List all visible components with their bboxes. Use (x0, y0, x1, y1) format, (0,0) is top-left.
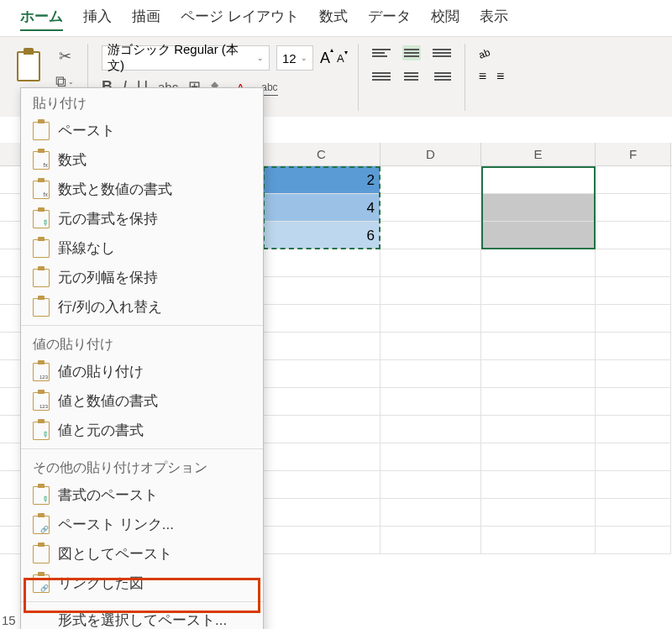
col-header-e[interactable]: E (481, 143, 596, 165)
cell[interactable] (381, 443, 481, 471)
cell[interactable] (263, 277, 381, 305)
cell[interactable] (481, 443, 596, 471)
decrease-indent-button[interactable] (479, 69, 486, 84)
increase-indent-button[interactable] (496, 69, 504, 84)
tab-view[interactable]: 表示 (480, 7, 508, 31)
cell[interactable] (596, 443, 671, 471)
cell[interactable] (596, 305, 671, 333)
cell[interactable] (596, 277, 671, 305)
cell-c2[interactable]: 2 (263, 166, 381, 194)
cell[interactable] (596, 249, 671, 277)
align-left-button[interactable] (372, 69, 391, 84)
cell[interactable] (381, 222, 481, 249)
menu-item-values-number[interactable]: 値と数値の書式 (21, 386, 263, 416)
align-bottom-button[interactable] (433, 45, 451, 60)
font-size-select[interactable]: 12 ⌄ (276, 45, 313, 71)
cell-c3[interactable]: 4 (263, 194, 381, 222)
menu-item-transpose[interactable]: 行/列の入れ替え (21, 292, 263, 322)
cell[interactable] (481, 499, 596, 527)
menu-item-format[interactable]: 書式のペースト (21, 480, 263, 510)
clipboard-icon (33, 122, 50, 140)
menu-item-values[interactable]: 値の貼り付け (21, 357, 263, 386)
cell[interactable] (596, 527, 671, 554)
col-header-c[interactable]: C (263, 143, 381, 165)
cell[interactable] (596, 388, 671, 416)
cell[interactable] (381, 416, 481, 443)
cell[interactable] (381, 499, 481, 527)
cell[interactable] (596, 222, 671, 249)
menu-item-paste-picture[interactable]: 図としてペースト (21, 539, 263, 569)
cell[interactable] (481, 333, 596, 360)
cell[interactable] (481, 222, 596, 249)
cell[interactable] (263, 416, 381, 443)
cell[interactable] (596, 333, 671, 360)
cell[interactable] (263, 443, 381, 471)
cell[interactable] (596, 471, 671, 499)
menu-item-formulas-number[interactable]: 数式と数値の書式 (21, 175, 263, 204)
col-header-d[interactable]: D (381, 143, 481, 165)
cell[interactable] (381, 277, 481, 305)
cell[interactable] (381, 388, 481, 416)
cell[interactable] (263, 499, 381, 527)
cell[interactable] (481, 416, 596, 443)
cell[interactable] (481, 360, 596, 388)
menu-item-formulas[interactable]: 数式 (21, 145, 263, 175)
tab-data[interactable]: データ (368, 7, 411, 31)
menu-item-paste-link[interactable]: ペースト リンク... (21, 510, 263, 539)
align-middle-button[interactable] (402, 45, 421, 60)
cell[interactable] (481, 194, 596, 222)
tab-insert[interactable]: 挿入 (83, 7, 112, 31)
phonetic-button[interactable] (261, 77, 277, 96)
cut-icon[interactable] (55, 47, 74, 66)
cell[interactable] (481, 249, 596, 277)
cell[interactable] (481, 277, 596, 305)
font-name-select[interactable]: 游ゴシック Regular (本文) ⌄ (102, 45, 270, 71)
cell[interactable] (481, 471, 596, 499)
decrease-font-icon[interactable]: ▾ (337, 50, 344, 66)
increase-font-icon[interactable]: ▴ (320, 50, 330, 67)
cell[interactable] (381, 527, 481, 554)
cell[interactable] (481, 527, 596, 554)
align-top-button[interactable] (372, 45, 391, 60)
cell[interactable] (263, 333, 381, 360)
cell[interactable] (381, 166, 481, 194)
tab-formula[interactable]: 数式 (319, 7, 348, 31)
cell[interactable] (263, 360, 381, 388)
cell[interactable] (596, 194, 671, 222)
menu-item-values-source[interactable]: 値と元の書式 (21, 416, 263, 445)
tab-home[interactable]: ホーム (20, 7, 63, 31)
cell[interactable] (481, 388, 596, 416)
menu-item-paste-special[interactable]: 形式を選択してペースト... (21, 605, 263, 629)
cell[interactable] (263, 388, 381, 416)
col-header-f[interactable]: F (596, 143, 671, 165)
align-center-button[interactable] (402, 69, 421, 84)
cell[interactable] (263, 305, 381, 333)
orientation-button[interactable] (479, 45, 490, 60)
cell[interactable] (381, 249, 481, 277)
menu-item-linked-picture[interactable]: リンクした図 (21, 569, 263, 598)
cell[interactable] (596, 499, 671, 527)
menu-item-keep-width[interactable]: 元の列幅を保持 (21, 263, 263, 292)
row-number-15[interactable]: 15 (2, 613, 16, 627)
tab-review[interactable]: 校閲 (431, 7, 459, 31)
cell-c4[interactable]: 6 (263, 222, 381, 249)
menu-item-keep-source[interactable]: 元の書式を保持 (21, 204, 263, 233)
tab-draw[interactable]: 描画 (132, 7, 160, 31)
cell[interactable] (596, 416, 671, 443)
cell[interactable] (263, 527, 381, 554)
cell[interactable] (381, 305, 481, 333)
cell[interactable] (481, 305, 596, 333)
cell[interactable] (481, 166, 596, 194)
cell[interactable] (596, 166, 671, 194)
align-right-button[interactable] (433, 69, 451, 84)
cell[interactable] (381, 194, 481, 222)
cell[interactable] (263, 249, 381, 277)
cell[interactable] (263, 471, 381, 499)
cell[interactable] (381, 360, 481, 388)
cell[interactable] (381, 333, 481, 360)
tab-layout[interactable]: ページ レイアウト (181, 7, 299, 31)
menu-item-paste[interactable]: ペースト (21, 116, 263, 145)
cell[interactable] (596, 360, 671, 388)
cell[interactable] (381, 471, 481, 499)
menu-item-no-border[interactable]: 罫線なし (21, 233, 263, 263)
